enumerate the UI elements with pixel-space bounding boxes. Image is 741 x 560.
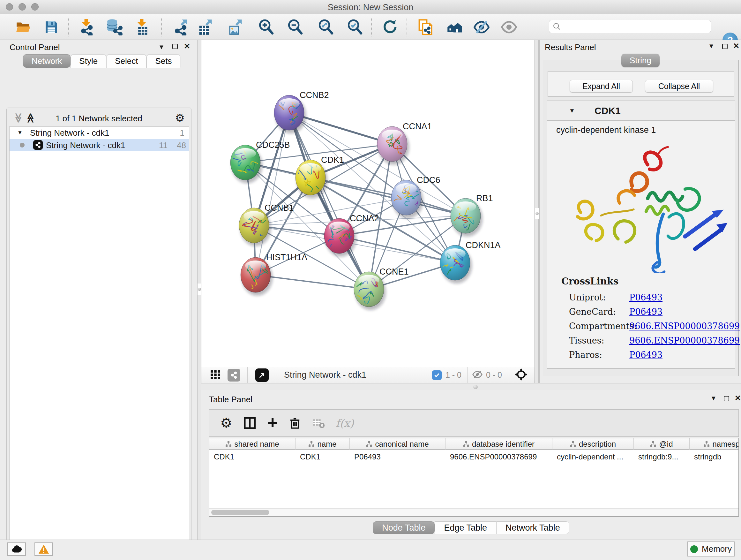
network-edge[interactable] xyxy=(289,113,369,289)
network-type-share-icon[interactable] xyxy=(227,369,240,381)
zoom-selected-button[interactable] xyxy=(346,18,363,36)
table-cell[interactable]: 9606.ENSP00000378699 xyxy=(446,450,552,463)
tab-select[interactable]: Select xyxy=(106,54,146,68)
hide-selected-button[interactable] xyxy=(473,18,490,36)
network-row-selected[interactable]: String Network - cdk1 11 48 xyxy=(10,139,189,151)
show-all-button[interactable] xyxy=(500,18,518,36)
show-columns-icon[interactable] xyxy=(243,416,257,430)
column-header-shared-name[interactable]: shared name xyxy=(209,438,295,450)
clone-network-button[interactable] xyxy=(416,18,434,36)
table-panel-tabs: Node TableEdge TableNetwork Table xyxy=(201,521,741,534)
export-network-button[interactable] xyxy=(172,18,189,36)
refresh-layout-button[interactable] xyxy=(381,18,398,36)
collapse-panel-icon[interactable]: ▼ xyxy=(158,44,165,51)
column-header-name[interactable]: name xyxy=(295,438,350,450)
table-cell[interactable]: stringdb:9... xyxy=(634,450,690,463)
zoom-in-button[interactable] xyxy=(258,18,275,36)
collapse-results-icon[interactable]: ▼ xyxy=(708,43,715,50)
tab-network-table[interactable]: Network Table xyxy=(496,521,569,534)
column-header-@id[interactable]: @id xyxy=(634,438,690,450)
horizontal-splitter-handle[interactable] xyxy=(473,385,478,389)
column-header-canonical-name[interactable]: canonical name xyxy=(350,438,446,450)
table-horizontal-scrollbar[interactable] xyxy=(209,508,738,516)
network-edge[interactable] xyxy=(311,178,466,216)
first-neighbors-button[interactable] xyxy=(446,18,463,36)
tab-sets[interactable]: Sets xyxy=(146,54,180,68)
crosslink-link[interactable]: P06493 xyxy=(629,350,663,360)
crosslink-link[interactable]: 9606.ENSP00000378699 xyxy=(629,335,740,346)
search-field[interactable] xyxy=(549,20,711,33)
column-header-database-identifier[interactable]: database identifier xyxy=(446,438,552,450)
left-splitter[interactable] xyxy=(197,40,201,540)
collection-caret-icon[interactable]: ▼ xyxy=(17,130,23,136)
pan-crosshair-icon[interactable] xyxy=(515,368,528,382)
network-node[interactable]: HIST1H1A xyxy=(241,253,307,296)
crosslink-link[interactable]: P06493 xyxy=(629,293,663,302)
birds-eye-view-icon[interactable] xyxy=(255,368,269,382)
grid-view-icon[interactable] xyxy=(210,369,221,381)
tab-node-table[interactable]: Node Table xyxy=(373,521,434,534)
network-node[interactable]: RB1 xyxy=(449,193,493,237)
scrollbar-thumb[interactable] xyxy=(211,510,269,515)
table-panel-title: Table Panel xyxy=(209,395,253,405)
close-panel-icon[interactable]: ✕ xyxy=(184,42,190,51)
node-entry-header[interactable]: ▼ CDK1 xyxy=(547,101,735,121)
tab-style[interactable]: Style xyxy=(71,54,106,68)
network-node[interactable]: CCNA2 xyxy=(324,213,379,257)
crosslink-link[interactable]: P06493 xyxy=(629,307,663,317)
horizontal-splitter[interactable] xyxy=(201,383,741,390)
collapse-table-icon[interactable]: ▼ xyxy=(711,395,717,402)
add-column-icon[interactable]: + xyxy=(267,412,278,433)
close-table-icon[interactable]: ✕ xyxy=(735,394,741,402)
network-edge[interactable] xyxy=(256,113,289,275)
string-results-frame: Expand All Collapse All ▼ CDK1 cyclin-de… xyxy=(543,60,739,376)
right-splitter-handle[interactable] xyxy=(535,208,539,219)
open-session-button[interactable] xyxy=(15,18,32,36)
delete-column-trash-icon[interactable] xyxy=(288,417,301,429)
network-edge[interactable] xyxy=(256,275,369,289)
collapse-all-button[interactable]: Collapse All xyxy=(645,80,713,92)
search-input[interactable] xyxy=(561,22,711,31)
tab-string[interactable]: String xyxy=(621,54,660,67)
table-cell[interactable]: cyclin-dependent ... xyxy=(552,450,634,463)
column-header-description[interactable]: description xyxy=(552,438,634,450)
float-panel-icon[interactable] xyxy=(172,44,178,51)
network-node[interactable]: CCNA1 xyxy=(377,122,432,165)
network-node[interactable]: CCNB1 xyxy=(239,203,294,246)
table-cell[interactable]: P06493 xyxy=(350,450,446,463)
title-bar: Session: New Session xyxy=(0,0,741,14)
network-collection-row[interactable]: ▼ String Network - cdk1 1 xyxy=(10,127,189,139)
close-results-icon[interactable]: ✕ xyxy=(733,42,739,51)
import-network-from-database-button[interactable] xyxy=(106,18,123,36)
export-table-button[interactable] xyxy=(197,18,214,36)
right-splitter[interactable] xyxy=(535,40,539,383)
zoom-out-button[interactable] xyxy=(286,18,304,36)
network-node[interactable]: CDC25B xyxy=(230,140,290,183)
import-network-from-file-button[interactable] xyxy=(77,18,95,36)
float-results-icon[interactable] xyxy=(722,44,728,51)
crosslink-link[interactable]: 9606.ENSP00000378699 xyxy=(629,321,740,331)
network-options-gear-icon[interactable]: ⚙ xyxy=(175,112,185,123)
network-canvas[interactable]: CCNB2CCNA1CDC25BCDK1CDC6RB1CCNB1CCNA2CDK… xyxy=(201,40,535,367)
table-options-gear-icon[interactable]: ⚙ xyxy=(220,416,232,430)
entry-caret-icon[interactable]: ▼ xyxy=(569,107,575,114)
table-cell[interactable]: CDK1 xyxy=(209,450,295,463)
table-row[interactable]: CDK1CDK1P064939606.ENSP00000378699cyclin… xyxy=(209,450,739,463)
table-cell[interactable]: stringdb xyxy=(690,450,739,463)
selected-count-checkbox[interactable] xyxy=(432,370,442,380)
column-header-namespace[interactable]: namespace xyxy=(690,438,739,450)
memory-button[interactable]: Memory xyxy=(687,542,735,557)
table-cell[interactable]: CDK1 xyxy=(295,450,350,463)
save-session-button[interactable] xyxy=(43,18,60,36)
export-image-button[interactable] xyxy=(227,18,244,36)
float-table-icon[interactable] xyxy=(724,396,729,402)
tab-edge-table[interactable]: Edge Table xyxy=(434,521,496,534)
tab-network[interactable]: Network xyxy=(23,54,71,68)
memory-label: Memory xyxy=(702,544,732,554)
expand-all-button[interactable]: Expand All xyxy=(569,80,633,92)
import-table-from-file-button[interactable] xyxy=(133,18,150,36)
warning-status-button[interactable] xyxy=(35,543,53,556)
cloud-status-button[interactable] xyxy=(7,543,26,556)
network-node[interactable]: CCNB2 xyxy=(274,90,329,133)
zoom-fit-button[interactable] xyxy=(317,18,334,36)
